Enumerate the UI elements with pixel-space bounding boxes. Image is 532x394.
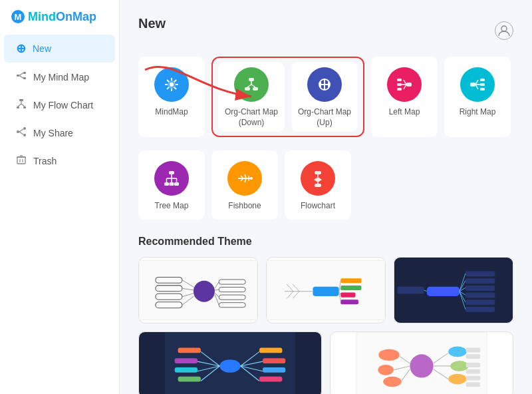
svg-rect-37 <box>253 87 258 91</box>
svg-rect-101 <box>313 286 338 296</box>
svg-rect-79 <box>315 184 321 187</box>
theme-card-4[interactable] <box>138 331 322 394</box>
svg-rect-3 <box>23 72 26 74</box>
svg-rect-122 <box>466 307 495 312</box>
share-nav-icon <box>16 126 27 140</box>
main-content: New <box>120 0 532 394</box>
svg-rect-53 <box>470 83 475 87</box>
svg-rect-120 <box>466 292 495 297</box>
svg-point-14 <box>17 130 19 133</box>
flowchart-icon <box>301 161 335 196</box>
theme-card-5[interactable] <box>330 331 513 394</box>
svg-point-150 <box>410 354 433 377</box>
svg-line-32 <box>174 80 176 82</box>
mindmap-nav-icon <box>16 71 27 84</box>
svg-line-17 <box>19 132 23 134</box>
flowchart-label: Flowchart <box>301 201 335 212</box>
logo-icon: M <box>11 9 25 24</box>
svg-rect-47 <box>397 79 402 81</box>
mindmap-icon <box>154 67 189 102</box>
svg-rect-36 <box>245 87 250 91</box>
svg-rect-49 <box>397 88 402 91</box>
svg-rect-2 <box>17 75 19 77</box>
svg-line-50 <box>404 80 406 85</box>
map-item-treemap[interactable]: Tree Map <box>138 150 205 220</box>
orgdown-icon <box>234 67 269 102</box>
sidebar-item-myflowchart[interactable]: My Flow Chart <box>4 92 115 118</box>
orgup-label: Org-Chart Map (Up) <box>295 107 354 128</box>
sidebar-item-new[interactable]: ⊕ New <box>4 35 115 63</box>
map-item-orgup[interactable]: Org-Chart Map (Up) <box>291 62 358 132</box>
svg-rect-48 <box>397 83 402 86</box>
svg-line-34 <box>174 87 176 89</box>
sidebar-item-myshare-label: My Share <box>33 128 73 138</box>
svg-point-15 <box>23 134 26 136</box>
leftmap-icon <box>387 67 422 102</box>
sidebar-item-trash[interactable]: Trash <box>4 148 115 174</box>
svg-line-31 <box>167 80 169 82</box>
svg-rect-121 <box>466 299 495 305</box>
sidebar-item-mymindmap[interactable]: My Mind Map <box>4 64 115 91</box>
rightmap-label: Right Map <box>460 107 496 118</box>
svg-point-13 <box>23 127 26 130</box>
flowchart-nav-icon <box>16 98 27 112</box>
map-item-fishbone[interactable]: Fishbone <box>211 150 278 220</box>
svg-rect-63 <box>174 182 179 186</box>
svg-line-57 <box>475 80 478 85</box>
theme-card-3[interactable] <box>394 257 513 323</box>
svg-rect-8 <box>17 106 19 108</box>
svg-rect-148 <box>259 376 282 381</box>
svg-rect-110 <box>340 299 358 304</box>
fishbone-label: Fishbone <box>228 201 261 212</box>
map-item-leftmap[interactable]: Left Map <box>371 57 438 137</box>
svg-rect-9 <box>23 106 26 108</box>
theme-grid-bottom <box>138 331 513 394</box>
fishbone-icon <box>227 161 262 196</box>
svg-point-155 <box>450 361 468 371</box>
svg-line-33 <box>167 87 169 89</box>
leftmap-label: Left Map <box>389 107 420 118</box>
svg-rect-7 <box>19 99 23 101</box>
theme-card-2[interactable] <box>266 257 386 323</box>
svg-rect-142 <box>175 358 198 363</box>
map-item-mindmap[interactable]: MindMap <box>138 57 205 137</box>
svg-text:M: M <box>15 12 22 22</box>
map-grid-row2: Tree Map Fishbone <box>138 150 513 220</box>
svg-rect-143 <box>175 367 198 373</box>
svg-rect-129 <box>397 286 424 294</box>
plus-icon: ⊕ <box>16 41 26 56</box>
mindmap-label: MindMap <box>155 107 188 118</box>
sidebar-item-myshare[interactable]: My Share <box>4 120 115 146</box>
svg-point-23 <box>501 26 507 31</box>
map-item-orgdown[interactable]: Org-Chart Map (Down) <box>218 62 285 132</box>
svg-line-11 <box>18 104 21 106</box>
logo-text: MindOnMap <box>28 10 96 24</box>
svg-rect-108 <box>340 286 361 290</box>
logo: M MindOnMap <box>0 0 119 31</box>
svg-rect-146 <box>263 358 285 363</box>
svg-rect-46 <box>406 83 412 87</box>
svg-rect-61 <box>164 182 169 186</box>
svg-line-5 <box>19 73 23 76</box>
theme-card-1[interactable] <box>138 257 258 323</box>
svg-rect-119 <box>466 286 495 291</box>
svg-rect-56 <box>480 88 485 91</box>
svg-rect-116 <box>427 286 460 296</box>
sidebar: M MindOnMap ⊕ New My Mind Map <box>0 0 120 394</box>
map-item-rightmap[interactable]: Right Map <box>444 57 511 137</box>
svg-rect-18 <box>17 157 25 164</box>
svg-line-16 <box>19 129 23 132</box>
treemap-label: Tree Map <box>155 201 189 212</box>
map-item-flowchart[interactable]: Flowchart <box>285 150 351 220</box>
recommended-section: Recommended Theme <box>138 236 513 394</box>
orgdown-label: Org-Chart Map (Down) <box>222 107 281 128</box>
user-icon <box>498 25 510 37</box>
svg-marker-78 <box>314 177 322 182</box>
sidebar-nav: ⊕ New My Mind Map <box>0 31 119 178</box>
svg-point-154 <box>448 346 466 357</box>
map-grid: MindMap Org <box>138 57 513 137</box>
svg-rect-109 <box>340 292 355 297</box>
user-avatar-button[interactable] <box>495 21 513 40</box>
svg-point-132 <box>219 359 240 373</box>
svg-rect-147 <box>263 367 285 373</box>
